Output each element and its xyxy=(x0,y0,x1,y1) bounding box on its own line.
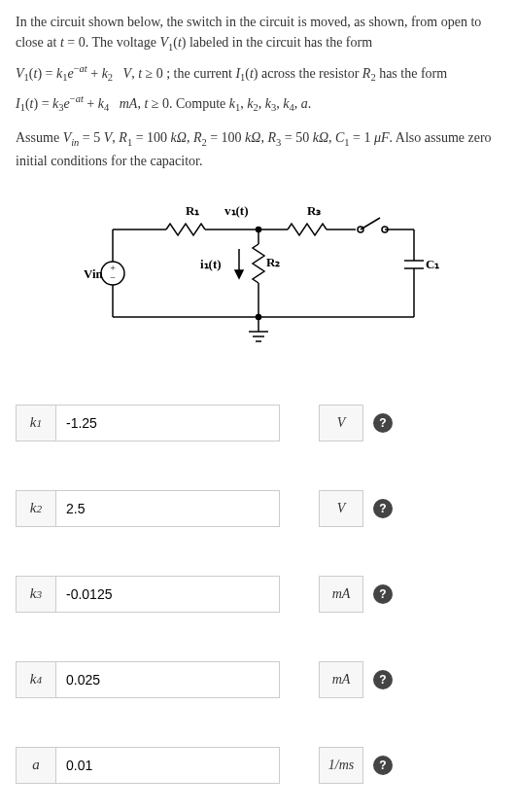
answer-input[interactable] xyxy=(56,576,280,613)
problem-line-4: Assume Vin = 5 V, R1 = 100 kΩ, R2 = 100 … xyxy=(16,127,501,171)
answer-row: k1V? xyxy=(16,405,501,441)
label-v1t: v₁(t) xyxy=(224,203,249,218)
answer-row: k3mA? xyxy=(16,576,501,613)
problem-statement: In the circuit shown below, the switch i… xyxy=(16,12,501,171)
answer-label: k4 xyxy=(16,661,56,698)
label-c1: C₁ xyxy=(426,257,439,271)
answer-label: k1 xyxy=(16,405,56,441)
answer-input[interactable] xyxy=(56,490,280,527)
unit-label: V xyxy=(319,490,363,527)
problem-line-1: In the circuit shown below, the switch i… xyxy=(16,12,501,55)
label-r1: R₁ xyxy=(186,203,199,218)
svg-marker-27 xyxy=(235,270,243,278)
unit-label: mA xyxy=(319,576,363,613)
label-r2: R₂ xyxy=(266,255,280,269)
help-icon[interactable]: ? xyxy=(373,584,393,604)
help-icon[interactable]: ? xyxy=(373,756,393,775)
unit-label: V xyxy=(319,405,363,441)
svg-line-7 xyxy=(361,218,380,229)
help-icon[interactable]: ? xyxy=(373,670,393,689)
answer-input[interactable] xyxy=(56,661,280,698)
unit-label: mA xyxy=(319,661,363,698)
answer-label: k3 xyxy=(16,576,56,613)
circuit-diagram: + − R₁ v₁(t) R₃ C₁ R₂ i₁(t) Vin xyxy=(74,191,443,366)
help-icon[interactable]: ? xyxy=(373,499,393,518)
answer-label: a xyxy=(16,747,56,784)
answer-input[interactable] xyxy=(56,747,280,784)
answer-row: k2V? xyxy=(16,490,501,527)
label-r3: R₃ xyxy=(307,203,321,218)
answer-input[interactable] xyxy=(56,405,280,441)
help-icon[interactable]: ? xyxy=(373,413,393,433)
answer-label: k2 xyxy=(16,490,56,527)
label-i1t: i₁(t) xyxy=(200,257,222,271)
answer-row: k4mA? xyxy=(16,661,501,698)
svg-text:−: − xyxy=(110,272,116,283)
label-vin: Vin xyxy=(84,266,104,281)
answer-row: a1/ms? xyxy=(16,747,501,784)
problem-line-2: V1(t) = k1e−at + k2 V, t ≥ 0 ; the curre… xyxy=(16,61,501,86)
problem-line-3: I1(t) = k3e−at + k4 mA, t ≥ 0. Compute k… xyxy=(16,91,501,116)
unit-label: 1/ms xyxy=(319,747,363,784)
